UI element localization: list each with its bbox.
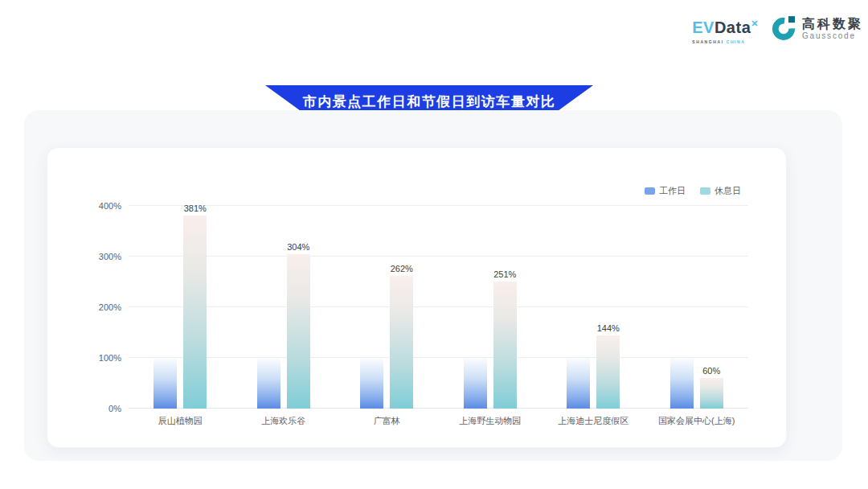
evdata-tagline-right: CHINA — [727, 39, 746, 44]
bar-column — [154, 358, 177, 409]
bar-column — [670, 358, 694, 409]
bar-column: 262% — [390, 264, 413, 409]
bar-工作日 — [567, 358, 590, 409]
bar-value-label: 262% — [391, 264, 413, 273]
x-axis-label: 上海野生动物园 — [430, 415, 551, 427]
x-axis-label: 辰山植物园 — [120, 415, 240, 427]
bar-休息日 — [700, 378, 723, 409]
bar-column — [257, 358, 280, 409]
evdata-x-icon: ✕ — [751, 18, 759, 28]
evdata-logo: EVData✕ SHANGHAI CHINA — [692, 19, 759, 44]
bar-pair: 144% — [567, 206, 620, 409]
bar-工作日 — [154, 358, 177, 409]
bar-column: 60% — [700, 366, 723, 409]
bar-pair: 381% — [154, 206, 207, 409]
legend-item-休息日[interactable]: 休息日 — [700, 185, 741, 197]
bar-column: 251% — [493, 269, 517, 409]
bar-group: 251%上海野生动物园 — [439, 206, 542, 409]
legend-label: 工作日 — [659, 185, 686, 197]
bar-column: 144% — [596, 323, 620, 409]
bar-休息日 — [287, 254, 310, 409]
bar-group: 304%上海欢乐谷 — [232, 206, 336, 409]
chart-card: 工作日休息日 381%辰山植物园304%上海欢乐谷262%广富林251%上海野生… — [47, 147, 787, 448]
bar-value-label: 251% — [493, 269, 516, 279]
page-title: 市内景点工作日和节假日到访车量对比 — [303, 92, 556, 111]
y-axis-tick: 200% — [99, 302, 121, 312]
plot-area: 381%辰山植物园304%上海欢乐谷262%广富林251%上海野生动物园144%… — [129, 206, 748, 409]
evdata-tagline: SHANGHAI CHINA — [692, 39, 759, 44]
content-panel: 工作日休息日 381%辰山植物园304%上海欢乐谷262%广富林251%上海野生… — [24, 110, 842, 461]
gausscode-en-label: Gausscode — [802, 31, 863, 41]
bar-column — [464, 358, 487, 409]
x-axis-label: 广富林 — [326, 415, 447, 427]
bar-value-label: 144% — [597, 323, 620, 333]
x-axis-label: 国家会展中心(上海) — [637, 415, 757, 427]
bar-column — [567, 358, 590, 409]
bar-工作日 — [257, 358, 280, 409]
bar-group: 144%上海迪士尼度假区 — [542, 206, 645, 409]
legend-marker-icon — [700, 187, 710, 195]
bar-pair: 262% — [360, 206, 413, 409]
bar-pair: 60% — [670, 206, 723, 409]
bar-工作日 — [670, 358, 694, 409]
header-logos: EVData✕ SHANGHAI CHINA 高科数聚 Gausscode — [692, 14, 863, 44]
gausscode-logo: 高科数聚 Gausscode — [770, 14, 863, 42]
bar-group: 60%国家会展中心(上海) — [645, 206, 749, 409]
bar-value-label: 381% — [184, 203, 207, 213]
evdata-data-text: Data — [714, 18, 751, 36]
bar-group: 262%广富林 — [335, 206, 439, 409]
bar-groups: 381%辰山植物园304%上海欢乐谷262%广富林251%上海野生动物园144%… — [129, 206, 748, 409]
bar-休息日 — [493, 281, 517, 409]
bar-休息日 — [183, 216, 207, 409]
bar-工作日 — [464, 358, 487, 409]
evdata-ev-text: EV — [692, 18, 714, 36]
bar-value-label: 304% — [287, 242, 309, 252]
bar-column: 304% — [287, 242, 310, 409]
y-axis-tick: 100% — [99, 353, 121, 363]
gausscode-cn-label: 高科数聚 — [802, 16, 863, 31]
y-axis-tick: 300% — [99, 252, 121, 261]
bar-column — [360, 358, 383, 409]
bar-休息日 — [390, 276, 413, 409]
legend-item-工作日[interactable]: 工作日 — [645, 185, 686, 197]
evdata-wordmark: EVData✕ — [692, 19, 759, 38]
bar-休息日 — [596, 335, 620, 409]
bar-工作日 — [360, 358, 383, 409]
gausscode-text: 高科数聚 Gausscode — [802, 16, 863, 41]
legend-marker-icon — [645, 187, 655, 195]
page: { "header": { "evdata": { "ev": "EV", "d… — [0, 0, 868, 489]
bar-value-label: 60% — [702, 366, 720, 376]
gausscode-g-icon — [770, 14, 797, 42]
bar-column: 381% — [183, 203, 207, 409]
chart-legend: 工作日休息日 — [645, 185, 741, 197]
bar-pair: 251% — [464, 206, 517, 409]
y-axis-tick: 400% — [99, 201, 121, 211]
x-axis-label: 上海迪士尼度假区 — [533, 415, 653, 427]
x-axis-label: 上海欢乐谷 — [223, 415, 344, 427]
legend-label: 休息日 — [714, 185, 741, 197]
y-axis-tick: 0% — [108, 404, 121, 413]
evdata-tagline-left: SHANGHAI — [692, 39, 723, 44]
bar-group: 381%辰山植物园 — [129, 206, 232, 409]
bar-pair: 304% — [257, 206, 310, 409]
